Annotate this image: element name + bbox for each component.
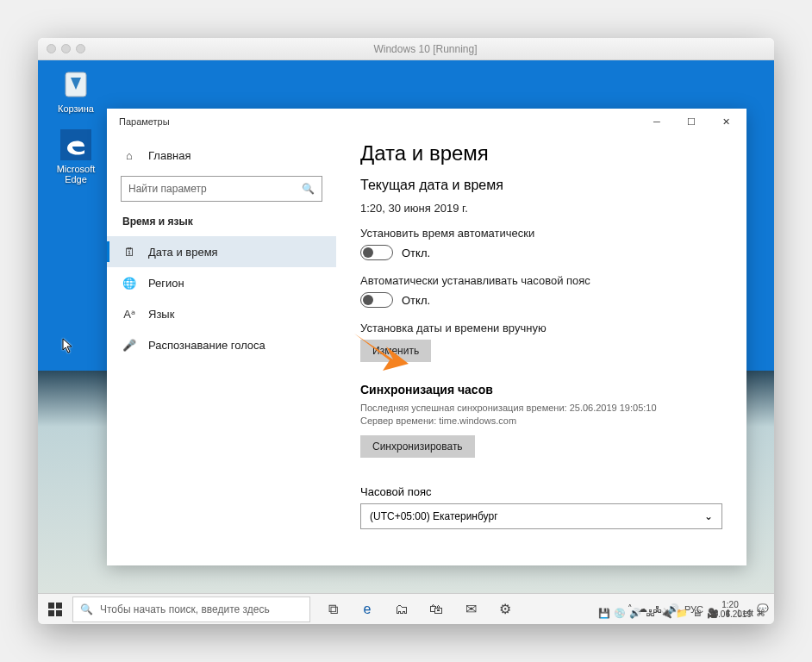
edge-icon — [59, 128, 93, 162]
timezone-value: (UTC+05:00) Екатеринбург — [370, 510, 498, 522]
maximize-button[interactable]: ☐ — [674, 109, 709, 134]
vb-audio-icon[interactable]: 🔊 — [629, 607, 641, 619]
desktop-icon-label: Корзина — [50, 103, 102, 114]
sidebar-item-label: Главная — [148, 149, 191, 162]
sidebar-item-date-time[interactable]: 🗓 Дата и время — [107, 236, 336, 267]
sidebar-item-label: Распознавание голоса — [148, 339, 265, 352]
vb-display-icon[interactable]: 🖥 — [691, 607, 703, 619]
auto-tz-toggle[interactable] — [360, 292, 393, 308]
recycle-bin-icon — [59, 67, 93, 102]
auto-time-state: Откл. — [402, 247, 430, 259]
svg-rect-4 — [48, 610, 54, 616]
vb-vrde-icon[interactable]: ⬆ — [722, 607, 734, 619]
mac-minimize-button[interactable] — [61, 44, 71, 53]
settings-window: Параметры ─ ☐ ✕ ⌂ Главная Найти параметр… — [107, 109, 746, 565]
settings-window-title: Параметры — [110, 116, 640, 127]
taskbar-search-placeholder: Чтобы начать поиск, введите здесь — [100, 603, 270, 615]
taskbar-settings-icon[interactable]: ⚙ — [488, 594, 522, 624]
auto-tz-state: Откл. — [402, 294, 430, 307]
mac-window-title: Windows 10 [Running] — [85, 43, 765, 55]
sidebar-section-label: Время и язык — [107, 210, 336, 236]
taskbar-explorer-icon[interactable]: 🗂 — [384, 594, 419, 624]
auto-tz-label: Автоматически устанавливать часовой пояс — [360, 274, 722, 287]
settings-main: Дата и время Текущая дата и время 1:20, … — [336, 134, 746, 565]
current-datetime-heading: Текущая дата и время — [360, 178, 722, 193]
svg-rect-5 — [56, 610, 62, 616]
taskbar-mail-icon[interactable]: ✉ — [453, 594, 488, 624]
vb-recording-icon[interactable]: 🎥 — [707, 607, 719, 619]
vb-host-key: Left ⌘ — [738, 608, 765, 619]
mac-zoom-button[interactable] — [76, 44, 85, 53]
taskbar-store-icon[interactable]: 🛍 — [419, 594, 453, 624]
sidebar-item-speech[interactable]: 🎤 Распознавание голоса — [107, 329, 336, 360]
taskbar-search-input[interactable]: 🔍 Чтобы начать поиск, введите здесь — [72, 596, 310, 622]
settings-sidebar: ⌂ Главная Найти параметр 🔍 Время и язык … — [107, 134, 336, 565]
sync-button[interactable]: Синхронизировать — [360, 435, 475, 458]
search-icon: 🔍 — [302, 183, 315, 195]
mac-close-button[interactable] — [47, 44, 56, 53]
vb-shared-folder-icon[interactable]: 📁 — [676, 607, 688, 619]
vm-window: Windows 10 [Running] Корзина Microsoft E… — [38, 38, 774, 624]
change-button[interactable]: Изменить — [360, 340, 431, 362]
manual-datetime-label: Установка даты и времени вручную — [360, 322, 722, 334]
search-placeholder: Найти параметр — [128, 183, 207, 195]
settings-search-input[interactable]: Найти параметр 🔍 — [121, 176, 322, 202]
auto-time-label: Установить время автоматически — [360, 227, 722, 240]
close-button[interactable]: ✕ — [709, 109, 743, 134]
timezone-label: Часовой пояс — [360, 485, 722, 498]
sync-server: Сервер времени: time.windows.com — [360, 415, 722, 428]
vb-hdd-icon[interactable]: 💾 — [598, 607, 610, 619]
language-icon: Aᵃ — [122, 307, 136, 321]
sidebar-item-region[interactable]: 🌐 Регион — [107, 267, 336, 298]
timezone-dropdown[interactable]: (UTC+05:00) Екатеринбург ⌄ — [360, 503, 722, 529]
vm-desktop[interactable]: Корзина Microsoft Edge Параметры ─ ☐ ✕ ⌂ — [38, 60, 774, 624]
calendar-icon: 🗓 — [122, 245, 136, 259]
sidebar-item-label: Регион — [148, 277, 184, 290]
page-title: Дата и время — [360, 141, 722, 166]
sidebar-home[interactable]: ⌂ Главная — [107, 140, 336, 171]
sidebar-item-label: Язык — [148, 308, 174, 321]
sync-heading: Синхронизация часов — [360, 383, 722, 397]
minimize-button[interactable]: ─ — [640, 109, 674, 134]
virtualbox-statusbar: 💾 💿 🔊 🖧 🔌 📁 🖥 🎥 ⬆ Left ⌘ — [598, 607, 765, 619]
vb-usb-icon[interactable]: 🔌 — [660, 607, 672, 619]
settings-titlebar[interactable]: Параметры ─ ☐ ✕ — [107, 109, 746, 134]
desktop-icon-label: Microsoft Edge — [50, 164, 102, 184]
task-view-icon[interactable]: ⧉ — [315, 594, 350, 624]
mouse-cursor-icon — [62, 338, 74, 357]
mac-titlebar[interactable]: Windows 10 [Running] — [38, 38, 774, 60]
search-icon: 🔍 — [80, 603, 93, 615]
taskbar-edge-icon[interactable]: e — [350, 594, 384, 624]
microphone-icon: 🎤 — [122, 338, 136, 352]
svg-rect-3 — [56, 603, 62, 609]
svg-rect-2 — [48, 603, 54, 609]
current-datetime-value: 1:20, 30 июня 2019 г. — [360, 202, 722, 215]
sync-last-success: Последняя успешная синхронизация времени… — [360, 402, 722, 415]
vb-optical-icon[interactable]: 💿 — [614, 607, 626, 619]
vb-network-icon[interactable]: 🖧 — [645, 607, 657, 619]
start-button[interactable] — [38, 594, 72, 624]
globe-icon: 🌐 — [122, 276, 136, 290]
desktop-icon-edge[interactable]: Microsoft Edge — [50, 128, 102, 184]
auto-time-toggle[interactable] — [360, 245, 393, 260]
desktop-icon-recycle-bin[interactable]: Корзина — [50, 67, 102, 114]
sidebar-item-language[interactable]: Aᵃ Язык — [107, 298, 336, 329]
sidebar-item-label: Дата и время — [148, 246, 218, 259]
chevron-down-icon: ⌄ — [704, 510, 713, 522]
home-icon: ⌂ — [122, 148, 136, 162]
